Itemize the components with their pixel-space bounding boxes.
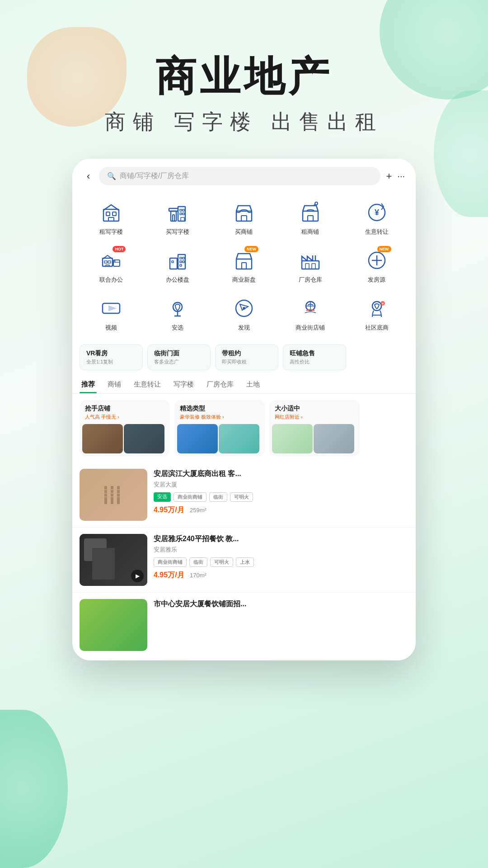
svg-rect-11 bbox=[183, 213, 184, 215]
listing-thumb-2: ▶ bbox=[80, 534, 147, 586]
feature-tag-urgent[interactable]: 旺铺急售 高性价比 bbox=[283, 344, 346, 370]
listing-item-3[interactable]: 市中心安居大厦餐饮铺面招... bbox=[72, 593, 416, 660]
listing-title-1: 安居滨江大厦底商出租 客... bbox=[154, 469, 408, 479]
svg-rect-34 bbox=[183, 257, 184, 259]
promo-img-3 bbox=[177, 424, 218, 453]
grid-item-discover[interactable]: 发现 bbox=[212, 291, 276, 336]
video-label: 视频 bbox=[105, 324, 117, 332]
promo-card-hot-images bbox=[80, 422, 170, 456]
bg-decoration-left bbox=[0, 710, 68, 868]
promo-card-size-subtitle: 网红店附近 › bbox=[275, 414, 354, 420]
street-tag-title: 临街门面 bbox=[154, 349, 204, 358]
svg-rect-2 bbox=[113, 212, 116, 216]
svg-rect-18 bbox=[308, 216, 313, 221]
svg-rect-8 bbox=[180, 209, 182, 211]
grid-item-buy-shop[interactable]: 买商铺 bbox=[212, 195, 276, 241]
video-play-button[interactable]: ▶ bbox=[131, 570, 144, 582]
svg-rect-4 bbox=[171, 211, 176, 221]
svg-text:♥: ♥ bbox=[382, 302, 384, 305]
coworking-label: 联合办公 bbox=[99, 276, 123, 284]
svg-rect-36 bbox=[183, 261, 184, 263]
svg-text:¥: ¥ bbox=[375, 208, 379, 217]
promo-card-size-title: 大小适中 bbox=[275, 405, 354, 413]
listing-agent-2: 安居雅乐 bbox=[154, 546, 408, 554]
tag-roadside-2: 临街 bbox=[189, 557, 207, 567]
back-button[interactable]: ‹ bbox=[83, 169, 94, 184]
buy-office-label: 买写字楼 bbox=[166, 228, 189, 236]
listing-title-2: 安居雅乐240平招餐饮 教... bbox=[154, 534, 408, 544]
grid-item-rent-office[interactable]: 租写字楼 bbox=[80, 195, 143, 241]
page-title: 商业地产 bbox=[0, 54, 488, 99]
promo-card-hot-header: 抢手店铺 人气高 手慢无 › bbox=[80, 400, 170, 422]
tab-recommend[interactable]: 推荐 bbox=[80, 376, 97, 393]
listing-item-1[interactable]: 安居滨江大厦底商出租 客... 安居大厦 安选 商业街商铺 临街 可明火 4.9… bbox=[72, 462, 416, 528]
commercial-new-icon-box: NEW bbox=[231, 248, 257, 273]
feature-tag-street[interactable]: 临街门面 客多业态广 bbox=[147, 344, 211, 370]
tag-water: 上水 bbox=[236, 557, 254, 567]
tab-factory[interactable]: 厂房仓库 bbox=[205, 376, 235, 393]
svg-rect-63 bbox=[104, 486, 107, 504]
listing-price-2: 4.95万/月 170m² bbox=[154, 571, 408, 580]
svg-rect-30 bbox=[170, 258, 177, 269]
community-shop-label: 社区底商 bbox=[365, 324, 389, 332]
grid-item-coworking[interactable]: HOT 联合办公 bbox=[80, 243, 143, 288]
grid-item-anx-select[interactable]: 安选 bbox=[146, 291, 210, 336]
feature-tag-lease[interactable]: 带租约 即买即收租 bbox=[215, 344, 278, 370]
listing-agent-1: 安居大厦 bbox=[154, 481, 408, 489]
rent-shop-label: 租商铺 bbox=[301, 228, 319, 236]
tag-street-shop: 商业街商铺 bbox=[174, 492, 206, 502]
feature-tag-vr[interactable]: VR看房 全景1:1复制 bbox=[80, 344, 143, 370]
discover-label: 发现 bbox=[238, 324, 250, 332]
promo-card-selected[interactable]: 精选类型 豪华装修 极致体验 › bbox=[174, 400, 265, 456]
community-shop-icon-box: ♥ bbox=[364, 296, 389, 321]
feature-tags-row: VR看房 全景1:1复制 临街门面 客多业态广 带租约 即买即收租 旺铺急售 高… bbox=[72, 341, 416, 376]
header-section: 商业地产 商铺 写字楼 出售出租 bbox=[0, 0, 488, 159]
grid-item-buy-office[interactable]: 买写字楼 bbox=[146, 195, 210, 241]
listing-thumb-1 bbox=[80, 469, 147, 521]
search-bar[interactable]: 🔍 商铺/写字楼/厂房仓库 bbox=[99, 167, 380, 185]
listing-title-3: 市中心安居大厦餐饮铺面招... bbox=[154, 599, 408, 609]
tab-transfer[interactable]: 生意转让 bbox=[132, 376, 163, 393]
tab-bar: 推荐 商铺 生意转让 写字楼 厂房仓库 土地 bbox=[72, 376, 416, 394]
grid-item-street-shop[interactable]: 商业街店铺 bbox=[278, 291, 342, 336]
promo-card-size[interactable]: 大小适中 网红店附近 › bbox=[269, 400, 360, 456]
svg-point-29 bbox=[114, 260, 116, 262]
post-source-label: 发房源 bbox=[368, 276, 385, 284]
anx-select-icon-box bbox=[165, 296, 190, 321]
svg-marker-50 bbox=[109, 306, 115, 311]
grid-item-commercial-new[interactable]: NEW 商业新盘 bbox=[212, 243, 276, 288]
promo-card-selected-subtitle: 豪华装修 极致体验 › bbox=[180, 414, 259, 420]
grid-item-post-source[interactable]: NEW 发房源 bbox=[345, 243, 408, 288]
svg-rect-24 bbox=[104, 261, 107, 263]
vr-tag-title: VR看房 bbox=[86, 349, 136, 358]
promo-img-5 bbox=[272, 424, 313, 453]
street-shop-icon-box bbox=[298, 296, 323, 321]
promo-img-2 bbox=[124, 424, 164, 453]
promo-img-1 bbox=[82, 424, 123, 453]
grid-item-business-transfer[interactable]: ¥ 生意转让 bbox=[345, 195, 408, 241]
svg-rect-26 bbox=[106, 265, 109, 266]
tab-land[interactable]: 土地 bbox=[244, 376, 262, 393]
svg-rect-45 bbox=[312, 264, 315, 269]
promo-card-hot[interactable]: 抢手店铺 人气高 手慢无 › bbox=[80, 400, 170, 456]
listing-price-1: 4.95万/月 259m² bbox=[154, 505, 408, 515]
tab-shop[interactable]: 商铺 bbox=[106, 376, 123, 393]
grid-item-community-shop[interactable]: ♥ 社区底商 bbox=[345, 291, 408, 336]
video-icon-box bbox=[99, 296, 124, 321]
listing-info-1: 安居滨江大厦底商出租 客... 安居大厦 安选 商业街商铺 临街 可明火 4.9… bbox=[154, 469, 408, 521]
grid-item-rent-shop[interactable]: 租商铺 bbox=[278, 195, 342, 241]
grid-item-office-buildings[interactable]: 办公楼盘 bbox=[146, 243, 210, 288]
listing-item-2[interactable]: ▶ 安居雅乐240平招餐饮 教... 安居雅乐 商业街商铺 临街 可明火 上水 … bbox=[72, 528, 416, 593]
svg-rect-33 bbox=[180, 257, 182, 259]
grid-item-video[interactable]: 视频 bbox=[80, 291, 143, 336]
add-button[interactable]: + bbox=[386, 170, 392, 182]
tab-office[interactable]: 写字楼 bbox=[172, 376, 196, 393]
search-placeholder-text: 商铺/写字楼/厂房仓库 bbox=[120, 171, 189, 181]
grid-item-factory[interactable]: 厂房仓库 bbox=[278, 243, 342, 288]
listing-tags-2: 商业街商铺 临街 可明火 上水 bbox=[154, 557, 408, 567]
svg-rect-38 bbox=[236, 259, 252, 269]
svg-rect-1 bbox=[106, 212, 110, 216]
svg-rect-15 bbox=[241, 216, 247, 221]
buy-shop-label: 买商铺 bbox=[235, 228, 253, 236]
message-button[interactable]: ··· bbox=[397, 171, 405, 181]
